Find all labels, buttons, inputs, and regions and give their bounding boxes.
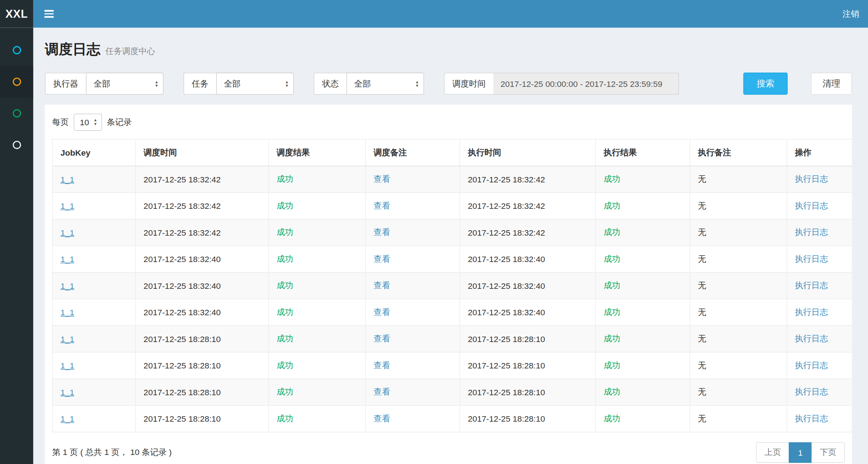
trigger-result-cell: 成功 <box>269 299 366 326</box>
logout-link[interactable]: 注销 <box>843 9 859 19</box>
app-logo[interactable]: XXL <box>0 0 33 28</box>
next-page-button[interactable]: 下页 <box>812 442 845 463</box>
sidebar-item-1[interactable] <box>0 34 33 66</box>
table-row: 1_12017-12-25 18:28:10成功查看2017-12-25 18:… <box>52 405 852 432</box>
trigger-remark-link[interactable]: 查看 <box>374 201 390 210</box>
exec-time-cell: 2017-12-25 18:32:42 <box>460 166 595 193</box>
table-row: 1_12017-12-25 18:28:10成功查看2017-12-25 18:… <box>52 379 852 406</box>
current-page-button[interactable]: 1 <box>789 442 812 463</box>
exec-result-cell: 成功 <box>595 166 690 193</box>
trigger-result-cell: 成功 <box>269 405 366 432</box>
job-filter-label: 任务 <box>184 73 216 95</box>
trigger-remark-link[interactable]: 查看 <box>374 360 390 370</box>
jobkey-link[interactable]: 1_1 <box>60 334 74 343</box>
sidebar-item-2[interactable] <box>0 66 33 97</box>
exec-remark-cell: 无 <box>690 246 787 273</box>
clear-button[interactable]: 清理 <box>811 73 852 95</box>
exec-remark-cell: 无 <box>690 299 787 326</box>
table-row: 1_12017-12-25 18:32:42成功查看2017-12-25 18:… <box>52 166 852 193</box>
trigger-remark-link[interactable]: 查看 <box>374 307 390 316</box>
page-size-select[interactable]: 10 ▲▼ <box>74 114 102 131</box>
trigger-time-cell: 2017-12-25 18:28:10 <box>135 379 269 406</box>
sidebar-toggle-icon[interactable] <box>42 7 56 21</box>
job-filter-group: 任务 全部 ▲▼ <box>184 73 294 95</box>
sidebar <box>0 28 33 464</box>
exec-log-link[interactable]: 执行日志 <box>795 360 828 370</box>
exec-remark-cell: 无 <box>690 193 787 219</box>
status-filter-group: 状态 全部 ▲▼ <box>314 73 424 95</box>
sidebar-item-4[interactable] <box>0 129 33 161</box>
jobkey-link[interactable]: 1_1 <box>60 201 74 211</box>
exec-result-cell: 成功 <box>595 273 690 299</box>
trigger-remark-link[interactable]: 查看 <box>374 254 390 263</box>
trigger-time-cell: 2017-12-25 18:32:42 <box>135 166 269 193</box>
col-header-exec-time: 执行时间 <box>460 139 595 166</box>
trigger-remark-link[interactable]: 查看 <box>374 387 390 396</box>
job-select[interactable]: 全部 ▲▼ <box>216 73 294 95</box>
trigger-remark-link[interactable]: 查看 <box>374 174 390 184</box>
jobkey-link[interactable]: 1_1 <box>60 281 74 290</box>
status-select[interactable]: 全部 ▲▼ <box>346 73 424 95</box>
sidebar-item-3[interactable] <box>0 98 33 129</box>
exec-time-cell: 2017-12-25 18:32:40 <box>460 246 595 273</box>
select-stepper-icon: ▲▼ <box>285 80 289 87</box>
col-header-action: 操作 <box>787 139 852 166</box>
jobkey-link[interactable]: 1_1 <box>60 387 74 397</box>
trigger-result-cell: 成功 <box>269 219 366 246</box>
trigger-time-cell: 2017-12-25 18:28:10 <box>135 352 269 379</box>
main-area: 调度日志任务调度中心 执行器 全部 ▲▼ 任务 全部 ▲▼ <box>0 28 868 464</box>
navbar-main: 注销 <box>33 0 868 28</box>
exec-log-link[interactable]: 执行日志 <box>795 413 828 423</box>
exec-log-link[interactable]: 执行日志 <box>795 307 828 316</box>
jobkey-link[interactable]: 1_1 <box>60 228 74 237</box>
exec-remark-cell: 无 <box>690 352 787 379</box>
exec-log-link[interactable]: 执行日志 <box>795 254 828 263</box>
jobkey-link[interactable]: 1_1 <box>60 414 74 423</box>
exec-remark-cell: 无 <box>690 166 787 193</box>
status-select-value: 全部 <box>354 79 371 89</box>
table-row: 1_12017-12-25 18:28:10成功查看2017-12-25 18:… <box>52 352 852 379</box>
job-select-value: 全部 <box>224 79 241 89</box>
trigger-result-cell: 成功 <box>269 273 366 299</box>
exec-result-cell: 成功 <box>595 326 690 353</box>
exec-log-link[interactable]: 执行日志 <box>795 387 828 396</box>
exec-time-cell: 2017-12-25 18:28:10 <box>460 352 595 379</box>
exec-log-link[interactable]: 执行日志 <box>795 280 828 290</box>
log-panel: 每页 10 ▲▼ 条记录 JobKey 调度时间 <box>45 105 852 464</box>
log-table-body: 1_12017-12-25 18:32:42成功查看2017-12-25 18:… <box>52 166 852 432</box>
time-range-input[interactable] <box>493 73 679 95</box>
trigger-result-cell: 成功 <box>269 193 366 219</box>
trigger-remark-link[interactable]: 查看 <box>374 413 390 423</box>
search-button[interactable]: 搜索 <box>743 73 788 95</box>
jobkey-link[interactable]: 1_1 <box>60 308 74 317</box>
jobkey-link[interactable]: 1_1 <box>60 254 74 264</box>
prev-page-button[interactable]: 上页 <box>756 442 789 463</box>
col-header-trigger-result: 调度结果 <box>269 139 366 166</box>
circle-icon <box>12 77 21 86</box>
exec-log-link[interactable]: 执行日志 <box>795 174 828 184</box>
table-row: 1_12017-12-25 18:32:42成功查看2017-12-25 18:… <box>52 193 852 219</box>
circle-icon <box>12 46 21 54</box>
table-row: 1_12017-12-25 18:32:40成功查看2017-12-25 18:… <box>52 273 852 299</box>
exec-log-link[interactable]: 执行日志 <box>795 227 828 237</box>
trigger-time-cell: 2017-12-25 18:32:40 <box>135 246 269 273</box>
trigger-remark-link[interactable]: 查看 <box>374 280 390 290</box>
page-size-value: 10 <box>80 118 89 127</box>
jobkey-link[interactable]: 1_1 <box>60 174 74 184</box>
jobkey-link[interactable]: 1_1 <box>60 361 74 370</box>
exec-result-cell: 成功 <box>595 299 690 326</box>
col-header-trigger-remark: 调度备注 <box>366 139 460 166</box>
exec-log-link[interactable]: 执行日志 <box>795 334 828 343</box>
trigger-time-cell: 2017-12-25 18:32:42 <box>135 193 269 219</box>
table-row: 1_12017-12-25 18:32:42成功查看2017-12-25 18:… <box>52 219 852 246</box>
executor-select[interactable]: 全部 ▲▼ <box>86 73 163 95</box>
trigger-remark-link[interactable]: 查看 <box>374 334 390 343</box>
table-row: 1_12017-12-25 18:32:40成功查看2017-12-25 18:… <box>52 246 852 273</box>
log-table: JobKey 调度时间 调度结果 调度备注 执行时间 执行结果 执行备注 操作 … <box>52 139 852 432</box>
pagination-summary: 第 1 页 ( 总共 1 页， 10 条记录 ) <box>52 447 172 458</box>
exec-log-link[interactable]: 执行日志 <box>795 201 828 210</box>
select-stepper-icon: ▲▼ <box>415 80 419 87</box>
pagination: 上页 1 下页 <box>756 442 845 463</box>
col-header-trigger-time: 调度时间 <box>135 139 269 166</box>
trigger-remark-link[interactable]: 查看 <box>374 227 390 237</box>
